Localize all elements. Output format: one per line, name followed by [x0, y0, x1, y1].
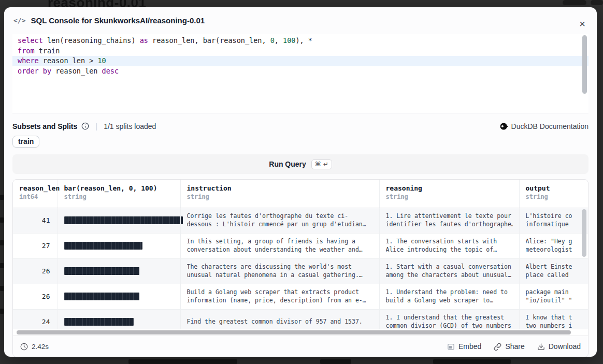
keyboard-shortcut-badge: ⌘ ↵ — [311, 159, 332, 169]
share-label: Share — [505, 342, 524, 351]
duckdb-documentation-link[interactable]: DuckDB Documentation — [500, 122, 588, 130]
column-header-reasoning[interactable]: reasoning string — [379, 180, 519, 208]
download-button[interactable]: Download — [537, 342, 581, 351]
split-chip-train[interactable]: train — [12, 136, 39, 148]
sql-console-modal: </> SQL Console for SkunkworksAI/reasoni… — [4, 7, 597, 357]
column-header-instruction[interactable]: instruction string — [180, 180, 379, 208]
divider: | — [93, 122, 99, 130]
cell-reasoning: 1. Understand the problem: need to build… — [379, 284, 519, 309]
results-table-viewport: reason_len int64 bar(reason_len, 0, 100)… — [13, 180, 588, 329]
sql-token: reason_len — [55, 67, 102, 75]
subsets-and-splits-label: Subsets and Splits — [12, 122, 77, 130]
bar-visualization — [64, 293, 140, 300]
info-icon[interactable] — [81, 122, 89, 130]
sql-token: select — [18, 36, 47, 45]
cell-bar — [58, 233, 180, 258]
embed-button[interactable]: Embed — [447, 342, 481, 351]
bar-visualization — [64, 216, 183, 224]
sql-token: reason_len, bar(reason_len, — [152, 36, 270, 45]
close-icon[interactable]: × — [576, 18, 588, 30]
cell-instruction: The characters are discussing the world'… — [180, 258, 379, 284]
table-row: 41 Corrige les fautes d'orthographe du t… — [13, 208, 588, 233]
sql-token: reason_len > — [43, 56, 98, 65]
cell-output: Albert Einste place called — [519, 258, 588, 284]
cell-reason-len: 27 — [13, 233, 58, 258]
sql-editor-lines: select len(reasoning_chains) as reason_l… — [12, 34, 588, 76]
background-text-fragments — [0, 195, 4, 331]
cell-bar — [58, 284, 180, 309]
column-header-bar[interactable]: bar(reason_len, 0, 100) string — [58, 180, 180, 208]
duckdb-documentation-label: DuckDB Documentation — [511, 122, 588, 130]
column-header-output[interactable]: output string — [519, 180, 588, 208]
run-query-label: Run Query — [269, 160, 306, 168]
run-query-button[interactable]: Run Query ⌘ ↵ — [12, 154, 588, 174]
cell-bar — [58, 309, 180, 329]
cell-reason-len: 26 — [13, 284, 58, 309]
cell-output: L'histoire co informatique — [519, 208, 588, 233]
cell-instruction: In this setting, a group of friends is h… — [180, 233, 379, 258]
query-time: 2.42s — [32, 343, 49, 351]
cell-bar — [58, 208, 180, 233]
background-text-fragment — [433, 359, 511, 364]
cell-output: package main "io/ioutil" " — [519, 284, 588, 309]
sql-token: as — [140, 36, 152, 45]
sql-editor[interactable]: select len(reasoning_chains) as reason_l… — [12, 34, 588, 113]
cell-reasoning: 1. Lire attentivement le texte pour iden… — [379, 208, 519, 233]
sql-token: desc — [102, 67, 119, 75]
clock-icon — [20, 343, 28, 351]
share-button[interactable]: Share — [494, 342, 524, 351]
share-link-icon — [494, 343, 501, 351]
table-row: 27 In this setting, a group of friends i… — [13, 233, 588, 258]
background-text-fragment — [320, 359, 351, 364]
sql-line: order by reason_len desc — [12, 66, 588, 77]
sql-token: 0 — [270, 36, 275, 45]
table-header-row: reason_len int64 bar(reason_len, 0, 100)… — [13, 180, 588, 208]
sql-token: 100 — [283, 36, 295, 45]
cell-instruction: Find the greatest common divisor of 957 … — [180, 309, 379, 329]
cell-reason-len: 41 — [13, 208, 58, 233]
cell-reason-len: 24 — [13, 309, 58, 329]
sql-line: where reason_len > 10 — [12, 56, 588, 66]
sql-token: train — [39, 47, 60, 55]
embed-label: Embed — [458, 342, 481, 351]
sql-line: from train — [12, 46, 588, 56]
query-results-panel: reason_len int64 bar(reason_len, 0, 100)… — [12, 179, 588, 357]
results-table: reason_len int64 bar(reason_len, 0, 100)… — [13, 180, 588, 329]
cell-bar — [58, 258, 180, 284]
modal-title: SQL Console for SkunkworksAI/reasoning-0… — [31, 16, 205, 25]
editor-scrollbar[interactable] — [582, 35, 587, 112]
table-row: 24 Find the greatest common divisor of 9… — [13, 309, 588, 329]
code-icon: </> — [13, 17, 25, 24]
cell-reason-len: 26 — [13, 258, 58, 284]
splits-loaded-status: 1/1 splits loaded — [104, 122, 156, 130]
sql-line: select len(reasoning_chains) as reason_l… — [12, 36, 588, 46]
embed-icon — [447, 343, 455, 351]
sql-token: , — [275, 36, 283, 45]
table-row: 26 The characters are discussing the wor… — [13, 258, 588, 284]
cell-output: Alice: "Hey g meteorologist — [519, 233, 588, 258]
sql-token: where — [18, 56, 43, 65]
cell-reasoning: 1. I understand that the greatest common… — [379, 309, 519, 329]
table-vertical-scrollbar[interactable] — [582, 209, 586, 326]
sql-token: order by — [18, 67, 55, 75]
cell-output: I know that t two numbers i — [519, 309, 588, 329]
duckdb-logo-icon — [500, 122, 508, 130]
download-label: Download — [549, 342, 581, 351]
sql-token: ), * — [295, 36, 312, 45]
cell-reasoning: 1. The conversation starts with Alice in… — [379, 233, 519, 258]
bar-visualization — [64, 242, 142, 250]
sql-token: 10 — [97, 56, 106, 65]
sql-token: from — [18, 47, 39, 55]
cell-instruction: Corrige les fautes d'orthographe du text… — [180, 208, 379, 233]
bar-visualization — [64, 318, 134, 326]
background-button-fragment — [563, 0, 586, 5]
sql-token: len(reasoning_chains) — [47, 36, 140, 45]
cell-instruction: Build a Golang web scraper that extracts… — [180, 284, 379, 309]
bar-visualization — [64, 267, 140, 275]
table-horizontal-scrollbar[interactable] — [13, 329, 588, 336]
download-icon — [537, 343, 545, 351]
cell-reasoning: 1. Start with a casual conversation amon… — [379, 258, 519, 284]
column-header-reason-len[interactable]: reason_len int64 — [13, 180, 58, 208]
table-row: 26 Build a Golang web scraper that extra… — [13, 284, 588, 309]
results-footer: 2.42s Embed Share — [13, 336, 588, 357]
